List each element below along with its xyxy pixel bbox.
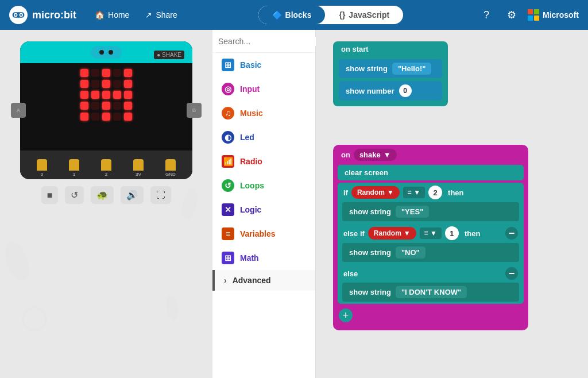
clear-screen-block[interactable]: clear screen	[338, 165, 524, 180]
led-3-1	[91, 102, 99, 110]
input-icon: ◎	[222, 83, 234, 95]
else-remove-btn[interactable]: −	[505, 267, 518, 280]
oval-sensor	[91, 46, 122, 59]
loops-icon: ↺	[222, 179, 234, 192]
random-dropdown-icon: ▼	[387, 188, 394, 196]
equals-icon: = ▼	[408, 188, 420, 196]
search-box: 🔍	[212, 30, 315, 53]
button-b[interactable]: B	[187, 103, 202, 118]
toolbox-item-loops[interactable]: ↺ Loops	[212, 173, 315, 198]
else-if-operator-btn[interactable]: = ▼	[420, 227, 442, 239]
shake-block-body: clear screen if Random ▼ = ▼	[333, 165, 528, 325]
then-label-2: then	[465, 229, 480, 238]
led-3-2	[102, 102, 110, 110]
share-link[interactable]: ↗ Share	[138, 7, 184, 23]
microsoft-logo: Microsoft	[528, 9, 579, 21]
if-value-2[interactable]: 2	[428, 186, 442, 199]
input-label: Input	[240, 84, 260, 94]
toolbox-item-basic[interactable]: ⊞ Basic	[212, 53, 315, 77]
pin-1: 1	[69, 159, 79, 177]
led-2-4	[124, 91, 132, 99]
music-icon: ♫	[222, 107, 234, 119]
add-block-btn[interactable]: +	[339, 308, 353, 322]
show-no-block[interactable]: show string "NO"	[342, 243, 519, 262]
no-value[interactable]: "NO"	[396, 246, 425, 259]
tab-javascript[interactable]: {} JavaScript	[325, 6, 403, 24]
on-shake-block: on shake ▼ clear screen	[333, 145, 528, 330]
toolbox-item-variables[interactable]: ≡ Variables	[212, 222, 315, 246]
pins-row: 0 1 2 3V GND	[20, 151, 192, 179]
led-3-0	[80, 102, 88, 110]
on-start-block: on start show string "Hello!" show numbe…	[333, 41, 448, 106]
tab-blocks[interactable]: 🔷 Blocks	[258, 6, 326, 24]
led-1-4	[124, 80, 132, 88]
stop-button[interactable]: ■	[41, 186, 59, 204]
search-input[interactable]	[218, 37, 319, 46]
shake-container: on shake ▼ clear screen	[333, 145, 528, 330]
led-3-3	[113, 102, 121, 110]
toolbox-item-math[interactable]: ⊞ Math	[212, 246, 315, 270]
add-row: +	[338, 306, 524, 325]
led-0-2	[102, 69, 110, 77]
on-start-header: on start	[333, 41, 448, 57]
restart-button[interactable]: ↺	[65, 186, 84, 204]
else-if-value-1[interactable]: 1	[445, 226, 459, 240]
svg-point-5	[1, 239, 34, 284]
help-button[interactable]: ?	[477, 6, 496, 24]
microbit-device: ● SHAKE	[20, 41, 192, 179]
button-a[interactable]: A	[11, 103, 26, 118]
else-if-remove-btn[interactable]: −	[505, 227, 518, 240]
led-3-4	[124, 102, 132, 110]
led-4-1	[91, 113, 99, 121]
led-grid	[80, 69, 132, 121]
fullscreen-button[interactable]: ⛶	[150, 186, 171, 204]
yes-value[interactable]: "YES"	[396, 206, 429, 218]
show-number-row[interactable]: show number 0	[339, 81, 442, 101]
basic-icon: ⊞	[222, 59, 234, 71]
if-operator-btn[interactable]: = ▼	[403, 187, 425, 198]
on-start-body: show string "Hello!" show number 0	[333, 57, 448, 106]
toolbox-item-music[interactable]: ♫ Music	[212, 101, 315, 125]
toolbox-item-radio[interactable]: 📶 Radio	[212, 149, 315, 173]
music-label: Music	[240, 109, 263, 118]
blocks-canvas: on start show string "Hello!" show numbe…	[316, 30, 588, 378]
tab-group: 🔷 Blocks {} JavaScript	[258, 6, 404, 24]
settings-button[interactable]: ⚙	[502, 6, 521, 24]
toolbox-item-led[interactable]: ◐ Led	[212, 125, 315, 149]
led-2-1	[91, 91, 99, 99]
show-idk-block[interactable]: show string "I DON'T KNOW"	[342, 283, 519, 302]
show-yes-block[interactable]: show string "YES"	[342, 202, 519, 221]
sound-button[interactable]: 🔊	[121, 186, 144, 204]
idk-value[interactable]: "I DON'T KNOW"	[396, 286, 467, 298]
led-4-2	[102, 113, 110, 121]
led-2-0	[80, 91, 88, 99]
shake-dropdown[interactable]: shake ▼	[354, 149, 397, 161]
svg-point-7	[23, 307, 46, 330]
sensor-dot-left	[99, 50, 104, 55]
svg-point-6	[179, 187, 200, 221]
show-string-row[interactable]: show string "Hello!"	[339, 59, 442, 78]
led-1-3	[113, 80, 121, 88]
led-0-3	[113, 69, 121, 77]
toolbox-item-input[interactable]: ◎ Input	[212, 77, 315, 101]
random-pill-2[interactable]: Random ▼	[368, 227, 416, 240]
pin-3v: 3V	[133, 159, 144, 177]
led-4-3	[113, 113, 121, 121]
led-4-4	[124, 113, 132, 121]
home-link[interactable]: 🏠 Home	[88, 7, 136, 23]
main-area: ● SHAKE	[0, 30, 588, 378]
radio-icon: 📶	[222, 155, 234, 168]
number-value-0[interactable]: 0	[399, 84, 412, 97]
led-icon: ◐	[222, 131, 234, 144]
share-icon: ↗	[145, 10, 152, 20]
slow-motion-button[interactable]: 🐢	[91, 186, 114, 204]
toolbox-item-advanced[interactable]: › Advanced	[212, 270, 315, 291]
random-pill-1[interactable]: Random ▼	[351, 186, 400, 199]
led-4-0	[80, 113, 88, 121]
led-0-4	[124, 69, 132, 77]
blocks-icon: 🔷	[272, 10, 282, 20]
tab-group-container: 🔷 Blocks {} JavaScript	[191, 6, 470, 24]
hello-string-value[interactable]: "Hello!"	[392, 63, 431, 75]
led-1-0	[80, 80, 88, 88]
toolbox-item-logic[interactable]: ✕ Logic	[212, 198, 315, 222]
